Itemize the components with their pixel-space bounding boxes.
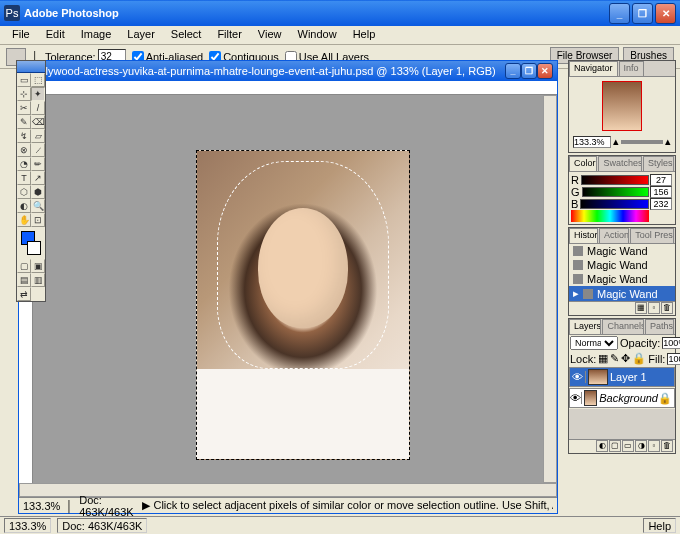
tab-history[interactable]: History	[569, 228, 598, 243]
tool-type[interactable]: ↗	[31, 171, 45, 185]
tool-move[interactable]: ⬚	[31, 73, 45, 87]
new-state-icon[interactable]: ▫	[648, 302, 660, 314]
quick-mask-off[interactable]: ▢	[17, 259, 31, 273]
tool-notes[interactable]: ◐	[17, 199, 31, 213]
doc-minimize-button[interactable]: _	[505, 63, 521, 79]
new-set-icon[interactable]: ▭	[622, 440, 634, 452]
menu-edit[interactable]: Edit	[38, 26, 73, 44]
history-item[interactable]: Magic Wand	[569, 244, 675, 258]
g-value[interactable]: 156	[650, 186, 672, 198]
history-item[interactable]: Magic Wand	[569, 272, 675, 286]
tool-history-brush[interactable]: ▱	[31, 129, 45, 143]
lock-transparency-icon[interactable]: ▦	[598, 352, 608, 365]
tool-pen[interactable]: ⬡	[17, 185, 31, 199]
document-titlebar[interactable]: ▦ ollywood-actress-yuvika-at-purnima-mha…	[19, 61, 557, 81]
close-button[interactable]: ✕	[655, 3, 676, 24]
doc-close-button[interactable]: ✕	[537, 63, 553, 79]
menu-filter[interactable]: Filter	[209, 26, 249, 44]
menu-layer[interactable]: Layer	[119, 26, 163, 44]
tab-layers[interactable]: Layers	[569, 319, 601, 334]
layer-row[interactable]: 👁 Background 🔒	[569, 388, 675, 408]
tool-healing[interactable]: ✎	[17, 115, 31, 129]
screen-mode-1[interactable]: ▤	[17, 273, 31, 287]
canvas[interactable]	[33, 95, 543, 483]
navigator-zoom-input[interactable]	[573, 136, 611, 148]
tab-color[interactable]: Color	[569, 156, 597, 171]
menu-view[interactable]: View	[250, 26, 290, 44]
tab-channels[interactable]: Channels	[602, 319, 644, 334]
r-value[interactable]: 27	[650, 174, 672, 186]
menu-image[interactable]: Image	[73, 26, 120, 44]
navigator-thumb[interactable]	[602, 81, 642, 131]
screen-mode-2[interactable]: ▥	[31, 273, 45, 287]
tab-actions[interactable]: Actions	[599, 228, 629, 243]
background-color[interactable]	[27, 241, 41, 255]
tool-dodge[interactable]: ✏	[31, 157, 45, 171]
blend-mode-select[interactable]: Normal	[570, 336, 618, 350]
scrollbar-vertical[interactable]	[543, 95, 557, 483]
tool-zoom[interactable]: ⊡	[31, 213, 45, 227]
tool-magic-wand[interactable]: ✦	[31, 87, 45, 101]
tab-info[interactable]: Info	[619, 61, 644, 76]
new-layer-icon[interactable]: ▫	[648, 440, 660, 452]
b-slider[interactable]: 232	[580, 199, 649, 209]
tool-blur[interactable]: ◔	[17, 157, 31, 171]
zoom-out-icon[interactable]: ▴	[613, 135, 619, 148]
toolbox[interactable]: ▭ ⬚ ⊹ ✦ ✂ / ✎ ⌫ ↯ ▱ ⊗ ⟋ ◔ ✏ T ↗ ⬡ ⬢ ◐ 🔍 …	[16, 60, 46, 302]
tool-stamp[interactable]: ↯	[17, 129, 31, 143]
zoom-slider[interactable]	[621, 140, 663, 144]
layer-name[interactable]: Layer 1	[610, 371, 647, 383]
status-help[interactable]: Help	[643, 518, 676, 533]
layer-style-icon[interactable]: ◐	[596, 440, 608, 452]
layer-mask-icon[interactable]: ▢	[609, 440, 621, 452]
history-item[interactable]: ▸Magic Wand	[569, 286, 675, 301]
tool-slice[interactable]: /	[31, 101, 45, 115]
lock-all-icon[interactable]: 🔒	[632, 352, 646, 365]
toolbox-titlebar[interactable]	[17, 61, 45, 73]
maximize-button[interactable]: ❐	[632, 3, 653, 24]
tool-hand[interactable]: ✋	[17, 213, 31, 227]
layer-row[interactable]: 👁 Layer 1	[569, 367, 675, 387]
color-swatch[interactable]	[19, 229, 43, 257]
adjustment-icon[interactable]: ◑	[635, 440, 647, 452]
r-slider[interactable]: 27	[581, 175, 649, 185]
tab-paths[interactable]: Paths	[645, 319, 674, 334]
menu-window[interactable]: Window	[290, 26, 345, 44]
doc-maximize-button[interactable]: ❐	[521, 63, 537, 79]
zoom-in-icon[interactable]: ▴	[665, 135, 671, 148]
quick-mask-on[interactable]: ▣	[31, 259, 45, 273]
tool-crop[interactable]: ✂	[17, 101, 31, 115]
tool-lasso[interactable]: ⊹	[17, 87, 31, 101]
tool-eraser[interactable]: ⊗	[17, 143, 31, 157]
menu-select[interactable]: Select	[163, 26, 210, 44]
visibility-icon[interactable]: 👁	[570, 371, 586, 383]
trash-icon[interactable]: 🗑	[661, 440, 673, 452]
tab-swatches[interactable]: Swatches	[598, 156, 642, 171]
tool-marquee[interactable]: ▭	[17, 73, 31, 87]
tool-shape[interactable]: ⬢	[31, 185, 45, 199]
tool-brush[interactable]: ⌫	[31, 115, 45, 129]
lock-paint-icon[interactable]: ✎	[610, 352, 619, 365]
jump-to-imageready[interactable]: ⇄	[17, 287, 31, 301]
minimize-button[interactable]: _	[609, 3, 630, 24]
history-item[interactable]: Magic Wand	[569, 258, 675, 272]
fill-input[interactable]	[667, 353, 680, 365]
doc-zoom[interactable]: 133.3%	[23, 500, 60, 512]
ruler-horizontal[interactable]	[19, 81, 557, 95]
trash-icon[interactable]: 🗑	[661, 302, 673, 314]
g-slider[interactable]: 156	[582, 187, 649, 197]
tab-styles[interactable]: Styles	[643, 156, 674, 171]
tool-path[interactable]: T	[17, 171, 31, 185]
tool-gradient[interactable]: ⟋	[31, 143, 45, 157]
opacity-input[interactable]	[662, 337, 680, 349]
new-snapshot-icon[interactable]: ▦	[635, 302, 647, 314]
lock-move-icon[interactable]: ✥	[621, 352, 630, 365]
b-value[interactable]: 232	[650, 198, 672, 210]
status-zoom[interactable]: 133.3%	[4, 518, 51, 533]
tab-navigator[interactable]: Navigator	[569, 61, 618, 76]
color-spectrum[interactable]	[571, 210, 649, 222]
menu-help[interactable]: Help	[345, 26, 384, 44]
tool-eyedropper[interactable]: 🔍	[31, 199, 45, 213]
menu-file[interactable]: File	[4, 26, 38, 44]
layer-name[interactable]: Background	[599, 392, 658, 404]
